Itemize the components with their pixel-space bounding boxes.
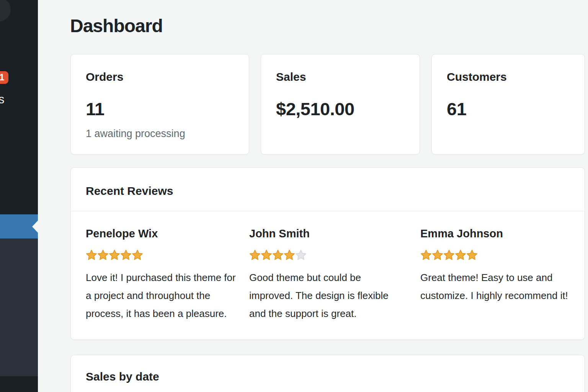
sales-by-date-title: Sales by date [86, 369, 585, 384]
customers-card-label: Customers [447, 70, 577, 84]
reviewer-name[interactable]: John Smith [249, 227, 402, 240]
orders-card-value: 11 [86, 98, 241, 120]
sidebar-active-item[interactable] [0, 214, 38, 238]
recent-reviews-header: Recent Reviews [71, 168, 585, 211]
review-item[interactable]: Emma Johnson Great theme! Easy to use an… [420, 227, 573, 305]
sidebar-item-partial-label[interactable]: s [0, 92, 5, 107]
recent-reviews-card: Recent Reviews Penelope Wix Love it! I p… [70, 167, 585, 340]
update-count-badge[interactable]: 1 [0, 71, 8, 84]
star-rating [86, 249, 239, 261]
admin-dashboard-screen: 1 s Dashboard Orders 11 1 awaiting proce… [0, 0, 588, 392]
orders-card-subtext: 1 awaiting processing [86, 127, 241, 140]
page-title: Dashboard [70, 15, 163, 36]
star-filled-icon [249, 249, 261, 261]
admin-sidebar: 1 s [0, 0, 38, 392]
customers-card-value: 61 [447, 98, 577, 120]
star-empty-icon [295, 249, 307, 261]
star-filled-icon [420, 249, 432, 261]
star-filled-icon [261, 249, 272, 261]
star-rating [249, 249, 402, 261]
star-filled-icon [272, 249, 284, 261]
star-filled-icon [97, 249, 109, 261]
orders-stat-card[interactable]: Orders 11 1 awaiting processing [70, 54, 249, 155]
review-item[interactable]: Penelope Wix Love it! I purchased this t… [86, 227, 239, 323]
star-filled-icon [120, 249, 132, 261]
recent-reviews-title: Recent Reviews [86, 184, 585, 198]
sales-card-value: $2,510.00 [276, 98, 412, 120]
review-item[interactable]: John Smith Good theme but could be impro… [249, 227, 402, 323]
customers-stat-card[interactable]: Customers 61 [431, 54, 585, 155]
sidebar-submenu-panel [0, 238, 38, 376]
star-filled-icon [432, 249, 443, 261]
sales-card-label: Sales [276, 70, 412, 84]
star-filled-icon [284, 249, 295, 261]
star-filled-icon [86, 249, 97, 261]
star-filled-icon [443, 249, 455, 261]
sales-stat-card[interactable]: Sales $2,510.00 [261, 54, 420, 155]
star-filled-icon [132, 249, 143, 261]
reviewer-name[interactable]: Emma Johnson [420, 227, 573, 240]
orders-card-label: Orders [86, 70, 241, 84]
star-filled-icon [455, 249, 466, 261]
active-item-arrow-notch [32, 220, 38, 233]
star-rating [420, 249, 573, 261]
review-text: Love it! I purchased this theme for a pr… [86, 269, 236, 323]
star-filled-icon [109, 249, 120, 261]
reviewer-name[interactable]: Penelope Wix [86, 227, 239, 240]
sales-by-date-card: Sales by date [70, 355, 585, 392]
site-logo-circle [0, 0, 11, 21]
review-text: Good theme but could be improved. The de… [249, 269, 399, 323]
review-text: Great theme! Easy to use and customize. … [420, 269, 570, 305]
star-filled-icon [466, 249, 478, 261]
